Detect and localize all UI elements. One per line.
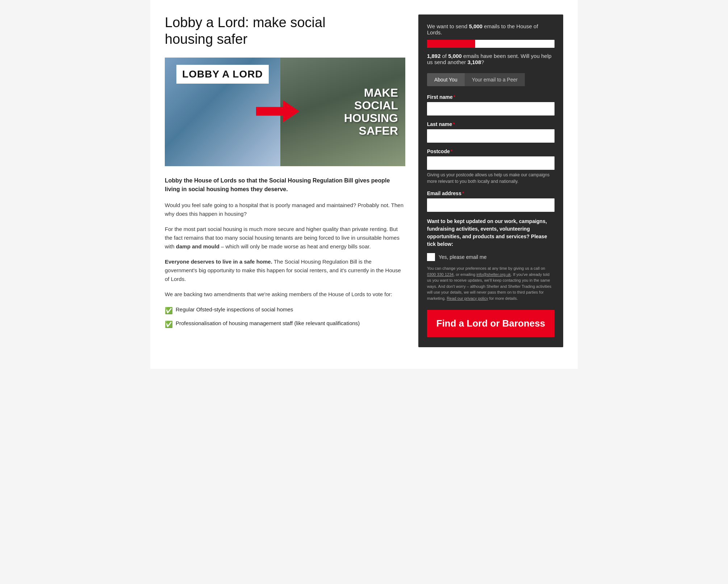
privacy-text: You can change your preferences at any t… — [427, 265, 555, 301]
list-item: ✅ Professionalisation of housing managem… — [165, 319, 405, 330]
first-name-label: First name* — [427, 94, 555, 100]
postcode-label: Postcode* — [427, 148, 555, 154]
list-item: ✅ Regular Ofsted-style inspections of so… — [165, 305, 405, 316]
email-optin-row[interactable]: Yes, please email me — [427, 253, 555, 261]
tab-email-to-peer[interactable]: Your email to a Peer — [465, 73, 525, 86]
hero-left-text: LOBBY A LORD — [176, 65, 269, 84]
required-star: * — [451, 148, 452, 154]
progress-bar-container — [427, 40, 555, 48]
page-title: Lobby a Lord: make social housing safer — [165, 14, 405, 47]
sidebar: We want to send 5,000 emails to the Hous… — [418, 14, 563, 347]
first-name-group: First name* — [427, 94, 555, 115]
postcode-group: Postcode* Giving us your postcode allows… — [427, 148, 555, 185]
body-para-4: We are backing two amendments that we're… — [165, 290, 405, 299]
left-column: Lobby a Lord: make social housing safer … — [165, 14, 405, 333]
progress-bar-fill — [427, 40, 475, 48]
email-group: Email address* — [427, 190, 555, 212]
last-name-input[interactable] — [427, 129, 555, 143]
updates-label: Want to be kept updated on our work, cam… — [427, 218, 555, 248]
signup-form: First name* Last name* Postcode* Giving … — [427, 94, 555, 337]
progress-text: 1,892 of 5,000 emails have been sent. Wi… — [427, 53, 555, 65]
checklist: ✅ Regular Ofsted-style inspections of so… — [165, 305, 405, 330]
required-star: * — [453, 94, 455, 100]
progress-intro: We want to send 5,000 emails to the Hous… — [427, 23, 555, 35]
email-optin-checkbox[interactable] — [427, 253, 435, 261]
body-para-3: Everyone deserves to live in a safe home… — [165, 257, 405, 283]
last-name-label: Last name* — [427, 121, 555, 127]
tab-about-you[interactable]: About You — [427, 73, 465, 86]
email-link[interactable]: info@shelter.org.uk — [476, 272, 511, 277]
postcode-hint: Giving us your postcode allows us help u… — [427, 172, 555, 185]
check-icon: ✅ — [165, 306, 173, 316]
last-name-group: Last name* — [427, 121, 555, 143]
privacy-policy-link[interactable]: Read our privacy policy — [447, 296, 488, 301]
progress-intro-text: We want to send — [427, 23, 469, 29]
first-name-input[interactable] — [427, 102, 555, 115]
required-star: * — [462, 190, 464, 196]
email-label: Email address* — [427, 190, 555, 196]
progress-target-bold: 5,000 — [469, 23, 483, 29]
find-lord-button[interactable]: Find a Lord or Baroness — [427, 310, 555, 337]
postcode-input[interactable] — [427, 156, 555, 170]
body-para-2: For the most part social housing is much… — [165, 225, 405, 251]
hero-right-text: MAKE SOCIAL HOUSING SAFER — [344, 87, 398, 138]
bold-intro: Lobby the House of Lords so that the Soc… — [165, 176, 405, 194]
check-icon: ✅ — [165, 319, 173, 330]
body-para-1: Would you feel safe going to a hospital … — [165, 201, 405, 218]
required-star: * — [453, 121, 455, 127]
form-tabs[interactable]: About You Your email to a Peer — [427, 73, 555, 86]
hero-image: LOBBY A LORD MAKE SOCIAL HOUSING SAFER — [165, 58, 405, 166]
hero-arrow-icon — [256, 97, 300, 127]
phone-link[interactable]: 0300 330 1234 — [427, 272, 453, 277]
email-optin-label: Yes, please email me — [439, 254, 487, 260]
email-input[interactable] — [427, 198, 555, 212]
svg-marker-0 — [256, 101, 300, 122]
